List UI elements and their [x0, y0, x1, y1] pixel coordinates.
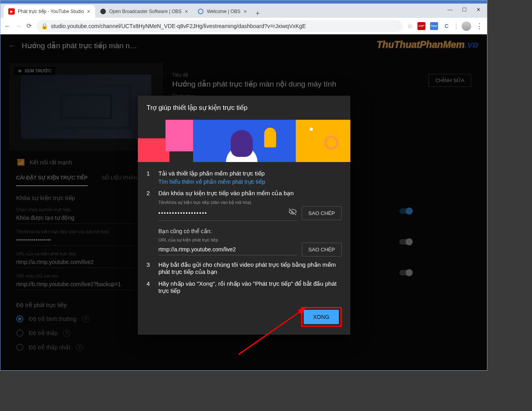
- step-number: 4: [147, 280, 151, 294]
- step-2-title: Dán khóa sự kiện trực tiếp vào phần mềm …: [158, 190, 342, 197]
- window-controls: — ☐ ✕: [441, 4, 487, 15]
- tab-title: Welcome | OBS: [207, 9, 241, 14]
- reload-button-icon[interactable]: ⟳: [26, 22, 32, 30]
- profile-avatar-icon[interactable]: [462, 21, 471, 31]
- stream-url-label: URL của sự kiện phát trực tiếp: [158, 238, 342, 243]
- learn-more-link[interactable]: Tìm hiểu thêm về phần mềm phát trực tiếp: [158, 179, 342, 185]
- modal-title: Trợ giúp thiết lập sự kiện trực tiếp: [138, 96, 350, 120]
- modal-footer: XONG: [138, 302, 350, 335]
- tab-obs[interactable]: Open Broadcaster Software | OBS ×: [95, 5, 193, 18]
- step-1: 1 Tải và thiết lập phần mềm phát trực ti…: [147, 170, 342, 185]
- tab-close-icon[interactable]: ×: [244, 8, 247, 15]
- tab-title: Phát trực tiếp - YouTube Studio: [18, 9, 84, 14]
- youtube-favicon-icon: ▶: [8, 8, 15, 15]
- may-need-label: Bạn cũng có thể cần:: [158, 228, 342, 234]
- tab-strip: ▶ Phát trực tiếp - YouTube Studio × Open…: [0, 4, 487, 18]
- c-extension-icon[interactable]: C: [443, 22, 451, 30]
- tab-close-icon[interactable]: ×: [185, 8, 188, 15]
- step-3-title: Hãy bắt đầu gửi cho chúng tôi video phát…: [158, 261, 342, 275]
- maximize-icon[interactable]: ☐: [462, 7, 467, 13]
- copy-url-button[interactable]: SAO CHÉP: [302, 243, 342, 256]
- step-number: 3: [147, 261, 151, 275]
- chrome-window: ▶ Phát trực tiếp - YouTube Studio × Open…: [0, 0, 487, 371]
- menu-icon[interactable]: ⋮: [476, 22, 483, 30]
- step-3: 3 Hãy bắt đầu gửi cho chúng tôi video ph…: [147, 261, 342, 275]
- obs-favicon-icon: [197, 8, 204, 15]
- extensions: ABP New C | ⋮: [417, 21, 483, 31]
- step-1-title: Tải và thiết lập phần mềm phát trực tiếp: [158, 170, 342, 177]
- address-bar: ← → ⟳ 🔒 studio.youtube.com/channel/UCTx8…: [0, 18, 487, 34]
- step-number: 1: [147, 170, 151, 185]
- stream-key-input[interactable]: ••••••••••••••••••: [158, 205, 297, 221]
- abp-extension-icon[interactable]: ABP: [417, 22, 425, 30]
- visibility-off-icon[interactable]: [288, 207, 297, 218]
- url-bar[interactable]: 🔒 studio.youtube.com/channel/UCTx8HyNMeN…: [36, 20, 402, 32]
- new-extension-icon[interactable]: New: [430, 22, 438, 30]
- close-icon[interactable]: ✕: [476, 7, 481, 13]
- step-4: 4 Hãy nhấp vào "Xong", rồi nhấp vào "Phá…: [147, 280, 342, 294]
- minimize-icon[interactable]: —: [447, 7, 453, 13]
- lock-icon: 🔒: [41, 23, 48, 29]
- tab-welcome[interactable]: Welcome | OBS ×: [193, 5, 252, 18]
- modal-illustration: [138, 120, 350, 162]
- step-2: 2 Dán khóa sự kiện trực tiếp vào phần mề…: [147, 190, 342, 256]
- new-tab-button[interactable]: +: [252, 9, 264, 18]
- copy-key-button[interactable]: SAO CHÉP: [302, 206, 342, 220]
- stream-url-input[interactable]: rtmp://a.rtmp.youtube.com/live2: [158, 244, 297, 255]
- done-button[interactable]: XONG: [304, 310, 339, 324]
- modal-body: 1 Tải và thiết lập phần mềm phát trực ti…: [138, 162, 350, 302]
- step-number: 2: [147, 190, 151, 256]
- stream-key-label: Tên/khóa sự kiện trực tiếp (dán vào bộ m…: [158, 200, 342, 205]
- tab-close-icon[interactable]: ×: [87, 8, 90, 15]
- forward-button-icon: →: [15, 23, 22, 30]
- done-button-highlight: XONG: [301, 307, 342, 327]
- setup-help-modal: Trợ giúp thiết lập sự kiện trực tiếp 1 T…: [138, 96, 350, 335]
- tab-title: Open Broadcaster Software | OBS: [109, 9, 182, 14]
- obs-favicon-icon: [100, 8, 106, 15]
- back-button-icon[interactable]: ←: [4, 23, 11, 30]
- page-content: ← Hướng dẫn phát trực tiếp màn n… ↗ ThuT…: [0, 34, 487, 370]
- tab-youtube-studio[interactable]: ▶ Phát trực tiếp - YouTube Studio ×: [4, 5, 95, 18]
- url-text: studio.youtube.com/channel/UCTx8HyNMeN_V…: [51, 23, 306, 29]
- star-icon[interactable]: ☆: [407, 22, 413, 30]
- window-titlebar: [0, 0, 487, 4]
- step-4-title: Hãy nhấp vào "Xong", rồi nhấp vào "Phát …: [158, 280, 342, 294]
